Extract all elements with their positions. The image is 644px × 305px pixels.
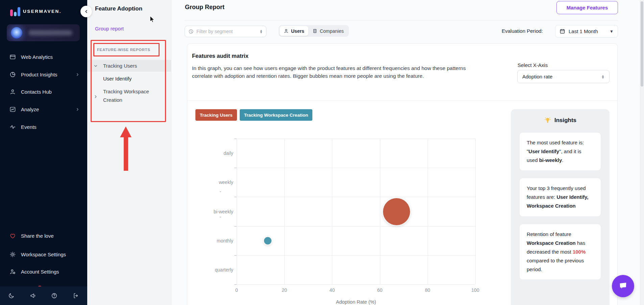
select-x-axis-label: Select X-Axis (518, 62, 548, 68)
gridline (237, 197, 475, 197)
collapse-panel-button[interactable] (80, 6, 92, 17)
sidebar-item-web-analytics[interactable]: Web Analytics (0, 49, 87, 64)
help-icon (51, 292, 57, 299)
feature-chip-tracking-workspace-creation[interactable]: Tracking Workspace Creation (240, 109, 313, 121)
sidebar-bottom-bar (0, 286, 87, 305)
y-category-label: daily (206, 150, 233, 156)
page-title: Group Report (185, 4, 224, 11)
features-audit-chart: 020406080100dailyweeklybi-weeklymonthlyq… (187, 135, 508, 305)
person-icon (9, 89, 16, 95)
insight-card-2: Your top 3 frequently used features are:… (519, 178, 601, 216)
x-tick-label: 80 (421, 287, 434, 293)
bubble-tracking-workspace-creation[interactable] (264, 237, 271, 244)
sidebar-item-contacts-hub[interactable]: Contacts Hub (0, 84, 87, 99)
calendar-icon (559, 28, 565, 34)
x-tick-label: 40 (325, 287, 339, 293)
workspace-name-redacted (28, 30, 72, 36)
sidebar-item-label: Events (21, 124, 37, 130)
x-tick-label: 100 (469, 287, 482, 293)
megaphone-icon[interactable] (30, 292, 36, 299)
insight-text-segment: compared to the previous period. (527, 258, 584, 272)
filter-placeholder: Filter by segment (196, 29, 260, 34)
feature-chip-label: Tracking Workspace Creation (244, 113, 308, 118)
insight-text-segment: User Identify (528, 148, 559, 154)
panel-title: Feature Adoption (95, 5, 142, 12)
chart-icon (9, 106, 16, 113)
chevron-right-icon (75, 107, 80, 112)
y-axis-tick (234, 284, 237, 285)
logo-text: USERMAVEN. (23, 9, 62, 14)
chevron-down-icon: ▼ (610, 29, 614, 34)
insight-text-segment: Retention of feature (527, 231, 571, 237)
segment-filter-select[interactable]: Filter by segment ▲▼ (185, 26, 266, 37)
chevron-left-icon (84, 9, 89, 14)
clipped-axis-artifact (220, 217, 221, 217)
feature-chips: Tracking UsersTracking Workspace Creatio… (195, 109, 312, 121)
bubble-tracking-users[interactable] (383, 198, 410, 225)
logo-bars-icon (10, 6, 21, 16)
tab-users[interactable]: Users (280, 26, 308, 36)
group-report-link[interactable]: Group report (95, 26, 124, 31)
moon-icon[interactable] (8, 292, 15, 299)
tab-label: Users (291, 28, 304, 34)
logout-icon (73, 292, 79, 299)
moon-icon (8, 292, 15, 299)
y-category-label: weekly (206, 180, 233, 185)
usermaven-logo[interactable]: USERMAVEN. (10, 5, 62, 17)
insight-cards: The most used feature is: "User Identify… (511, 132, 610, 280)
gridline (237, 139, 237, 284)
sidebar-item-label: Contacts Hub (21, 89, 52, 95)
sidebar-item-product-insights[interactable]: Product Insights (0, 67, 87, 82)
help-icon[interactable] (51, 292, 57, 299)
evaluation-period-select[interactable]: Last 1 Month ▼ (555, 25, 618, 38)
insight-text-segment: . (562, 157, 563, 163)
y-axis-tick (234, 139, 237, 139)
gridline (380, 139, 380, 284)
sidebar-item-events[interactable]: Events (0, 119, 87, 134)
segment-icon (188, 29, 194, 34)
sidebar-item-label: Workspace Settings (21, 252, 66, 257)
y-axis-tick (234, 226, 237, 227)
insights-panel: Insights The most used feature is: "User… (511, 109, 610, 305)
chevron-right-icon (75, 72, 80, 77)
lightbulb-icon (544, 117, 551, 124)
sidebar-item-workspace-settings[interactable]: Workspace Settings (0, 247, 87, 262)
sidebar-item-label: Account Settings (21, 269, 59, 275)
y-axis-tick (234, 168, 237, 168)
person-icon (284, 28, 289, 33)
y-axis-tick (234, 197, 237, 197)
gridline (237, 226, 475, 227)
sidebar-item-share-the-love[interactable]: Share the love (0, 228, 87, 243)
manage-features-button[interactable]: Manage Features (556, 1, 618, 14)
sidebar-item-analyze[interactable]: Analyze (0, 102, 87, 117)
sidebar-item-label: Web Analytics (21, 54, 53, 60)
annotation-arrow-head (120, 126, 132, 137)
insight-card-3: Retention of feature Workspace Creation … (519, 224, 601, 280)
insight-text-segment: 100% (573, 249, 586, 255)
select-caret-icon: ▲▼ (260, 29, 263, 33)
workspace-selector[interactable] (7, 24, 80, 41)
y-category-label: quarterly (206, 267, 233, 273)
annotation-arrow (124, 137, 128, 171)
sidebar-item-label: Analyze (21, 107, 39, 112)
tab-companies[interactable]: Companies (308, 26, 348, 36)
x-axis-select[interactable]: Adoption rate ▲▼ (517, 70, 610, 83)
clipped-axis-artifact (220, 191, 221, 192)
sidebar-item-label: Share the love (21, 233, 54, 239)
card-title: Features audit matrix (192, 53, 248, 59)
gridline (284, 139, 285, 284)
logout-icon[interactable] (73, 292, 79, 299)
browser-icon (9, 54, 16, 60)
x-axis-title: Adoption Rate (%) (322, 299, 390, 305)
chat-launcher-button[interactable] (612, 275, 634, 297)
x-tick-label: 60 (373, 287, 387, 293)
gridline (237, 284, 475, 285)
heart-icon (9, 233, 16, 239)
gridline (428, 139, 428, 284)
feature-chip-tracking-users[interactable]: Tracking Users (195, 109, 237, 121)
y-category-label: monthly (206, 238, 233, 243)
user-gear-icon (9, 268, 16, 275)
page-scrollbar-thumb[interactable] (641, 1, 643, 87)
entity-tabs: UsersCompanies (279, 25, 349, 37)
sidebar-item-account-settings[interactable]: Account Settings (0, 264, 87, 279)
